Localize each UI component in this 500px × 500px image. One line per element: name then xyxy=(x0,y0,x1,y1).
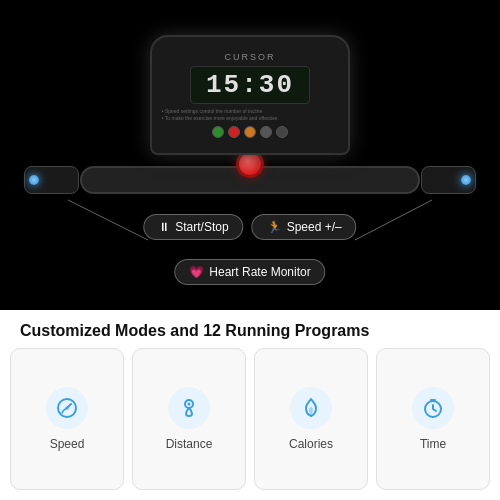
feature-card-distance: Distance xyxy=(132,348,246,490)
feature-card-calories: Calories xyxy=(254,348,368,490)
tagline: Customized Modes and 12 Running Programs xyxy=(0,310,500,348)
distance-feature-label: Distance xyxy=(166,437,213,451)
feature-card-time: Time xyxy=(376,348,490,490)
time-feature-label: Time xyxy=(420,437,446,451)
speed-label: 🏃 Speed +/– xyxy=(252,214,357,240)
treadmill-section: CURSOR 15:30 • Speed settings control th… xyxy=(0,0,500,310)
speedometer-icon: 🏃 xyxy=(267,220,282,234)
console-text-2: • To make the exercise more enjoyable an… xyxy=(162,115,338,121)
features-row: Speed Distance Calories xyxy=(0,348,500,500)
left-handle xyxy=(24,166,79,194)
console-buttons-row xyxy=(212,126,288,138)
distance-icon xyxy=(177,396,201,420)
time-icon-bg xyxy=(412,387,454,429)
time-icon xyxy=(421,396,445,420)
start-stop-text: Start/Stop xyxy=(175,220,228,234)
calories-feature-label: Calories xyxy=(289,437,333,451)
control-labels: ⏸ Start/Stop 🏃 Speed +/– xyxy=(143,214,356,240)
button-gray1 xyxy=(260,126,272,138)
left-sensor-light xyxy=(29,175,39,185)
handlebar-area: ⏸ Start/Stop 🏃 Speed +/– xyxy=(60,150,440,210)
heart-rate-label: 💗 Heart Rate Monitor xyxy=(174,259,325,285)
console-text-1: • Speed settings control the number of i… xyxy=(162,108,338,114)
button-green xyxy=(212,126,224,138)
time-display: 15:30 xyxy=(206,70,294,100)
heart-icon: 💗 xyxy=(189,265,204,279)
start-stop-label: ⏸ Start/Stop xyxy=(143,214,243,240)
button-orange xyxy=(244,126,256,138)
svg-point-5 xyxy=(188,403,191,406)
pause-icon: ⏸ xyxy=(158,220,170,234)
right-sensor-light xyxy=(461,175,471,185)
heart-rate-text: Heart Rate Monitor xyxy=(209,265,310,279)
distance-icon-bg xyxy=(168,387,210,429)
treadmill-body: CURSOR 15:30 • Speed settings control th… xyxy=(60,15,440,295)
treadmill-console: CURSOR 15:30 • Speed settings control th… xyxy=(150,35,350,155)
bottom-section: Customized Modes and 12 Running Programs… xyxy=(0,310,500,500)
speed-feature-label: Speed xyxy=(50,437,85,451)
speed-icon-bg xyxy=(46,387,88,429)
speed-icon xyxy=(55,396,79,420)
button-gray2 xyxy=(276,126,288,138)
calories-icon xyxy=(299,396,323,420)
speed-text: Speed +/– xyxy=(287,220,342,234)
display-screen: 15:30 xyxy=(190,66,310,104)
console-text-area: • Speed settings control the number of i… xyxy=(162,108,338,122)
right-handle xyxy=(421,166,476,194)
handlebar xyxy=(80,166,420,194)
brand-label: CURSOR xyxy=(224,52,275,62)
calories-icon-bg xyxy=(290,387,332,429)
button-red xyxy=(228,126,240,138)
feature-card-speed: Speed xyxy=(10,348,124,490)
